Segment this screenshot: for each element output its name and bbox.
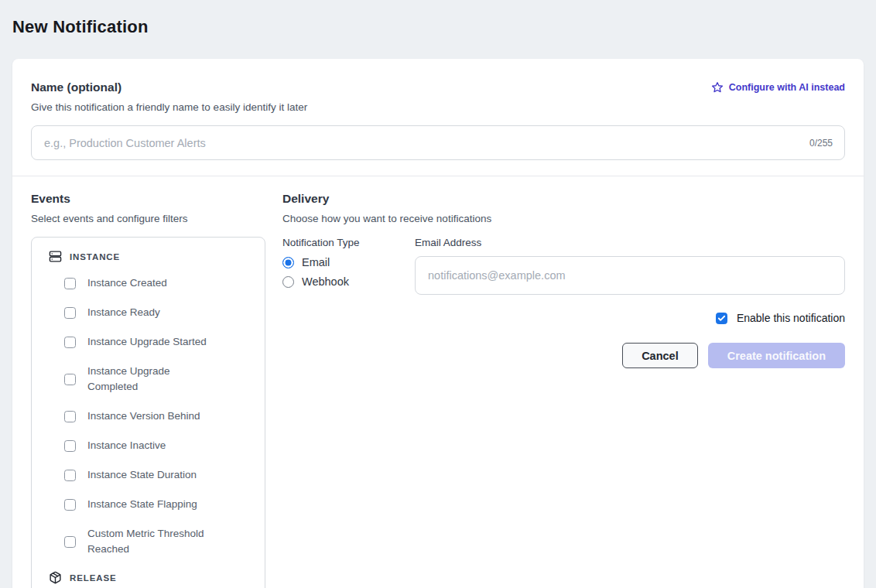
name-section: Name (optional) Configure with AI instea… xyxy=(12,59,864,160)
radio-label: Webhook xyxy=(302,275,349,288)
event-item-label: Custom Metric Threshold Reached xyxy=(87,526,214,557)
event-checkbox[interactable] xyxy=(64,307,76,319)
events-heading: Events xyxy=(31,192,265,206)
event-group-label: RELEASE xyxy=(70,573,117,583)
event-checkbox-item[interactable]: Instance State Flapping xyxy=(64,497,252,512)
event-checkbox[interactable] xyxy=(64,337,76,348)
delivery-heading: Delivery xyxy=(282,192,845,206)
event-item-label: Instance Ready xyxy=(87,305,160,320)
event-item-label: Instance Inactive xyxy=(87,438,166,453)
configure-with-ai-link[interactable]: Configure with AI instead xyxy=(711,81,845,94)
event-checkbox[interactable] xyxy=(64,499,76,511)
event-checkbox[interactable] xyxy=(64,411,76,422)
email-address-label: Email Address xyxy=(415,237,845,248)
char-counter: 0/255 xyxy=(809,138,833,149)
event-group-label: INSTANCE xyxy=(70,252,120,262)
radio-button[interactable] xyxy=(282,276,294,288)
event-item-label: Instance Upgrade Completed xyxy=(87,364,214,395)
event-checkbox-item[interactable]: Instance Inactive xyxy=(64,438,252,453)
notification-type-option[interactable]: Email xyxy=(282,256,415,268)
event-checkbox[interactable] xyxy=(64,470,76,481)
events-box: INSTANCEInstance CreatedInstance ReadyIn… xyxy=(31,237,265,588)
event-checkbox-item[interactable]: Instance State Duration xyxy=(64,467,252,483)
package-icon xyxy=(49,571,62,584)
event-item-label: Instance State Flapping xyxy=(87,497,197,512)
event-group-header: INSTANCE xyxy=(49,250,252,263)
event-item-label: Instance State Duration xyxy=(87,467,197,483)
notification-type-option[interactable]: Webhook xyxy=(282,275,415,288)
events-description: Select events and configure filters xyxy=(31,213,265,224)
event-checkbox-item[interactable]: Instance Upgrade Started xyxy=(64,334,252,350)
event-group-header: RELEASE xyxy=(49,571,252,584)
cancel-button[interactable]: Cancel xyxy=(622,343,698,368)
page-title: New Notification xyxy=(0,0,876,37)
enable-notification-label: Enable this notification xyxy=(737,312,845,324)
name-heading: Name (optional) xyxy=(31,80,121,94)
server-icon xyxy=(49,250,62,263)
notification-type-label: Notification Type xyxy=(282,237,415,248)
event-checkbox-item[interactable]: Instance Ready xyxy=(64,305,252,320)
event-checkbox[interactable] xyxy=(64,440,76,452)
event-checkbox-item[interactable]: Instance Upgrade Completed xyxy=(64,364,252,395)
delivery-section: Delivery Choose how you want to receive … xyxy=(282,192,845,588)
radio-label: Email xyxy=(302,256,330,268)
name-input[interactable] xyxy=(31,125,845,160)
event-checkbox[interactable] xyxy=(64,536,76,548)
event-checkbox-item[interactable]: Instance Created xyxy=(64,275,252,291)
configure-with-ai-label: Configure with AI instead xyxy=(729,82,845,93)
event-checkbox[interactable] xyxy=(64,278,76,289)
delivery-description: Choose how you want to receive notificat… xyxy=(282,213,845,224)
radio-button[interactable] xyxy=(282,257,294,268)
event-item-label: Instance Created xyxy=(87,275,167,291)
enable-notification-checkbox[interactable] xyxy=(716,313,727,324)
email-address-input[interactable] xyxy=(415,256,845,295)
event-checkbox-item[interactable]: Instance Version Behind xyxy=(64,409,252,424)
events-section: Events Select events and configure filte… xyxy=(31,192,265,588)
new-notification-card: Name (optional) Configure with AI instea… xyxy=(12,59,864,588)
enable-notification-toggle[interactable]: Enable this notification xyxy=(282,312,845,324)
event-checkbox[interactable] xyxy=(64,374,76,385)
event-item-label: Instance Version Behind xyxy=(87,409,200,424)
create-notification-button[interactable]: Create notification xyxy=(708,343,845,368)
name-description: Give this notification a friendly name t… xyxy=(31,101,845,113)
event-checkbox-item[interactable]: Custom Metric Threshold Reached xyxy=(64,526,252,557)
event-item-label: Instance Upgrade Started xyxy=(87,334,207,350)
notification-type-options: EmailWebhook xyxy=(282,256,415,288)
star-icon xyxy=(711,81,724,94)
